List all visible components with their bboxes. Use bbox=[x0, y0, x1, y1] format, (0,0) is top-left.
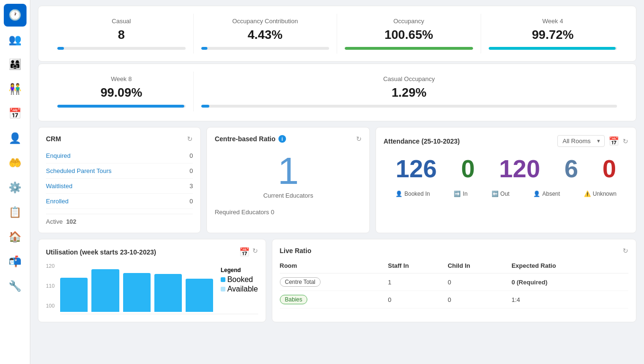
chart-legend: Legend Booked Available bbox=[221, 267, 258, 294]
dollar-hand-icon: 🤲 bbox=[9, 157, 21, 169]
settings-person-icon: 👤 bbox=[9, 132, 21, 145]
ratio-title: Centre-based Ratio i bbox=[215, 135, 286, 143]
expected-babies: 1:4 bbox=[511, 291, 628, 309]
crm-row-enquired: Enquired 0 bbox=[46, 148, 193, 164]
sidebar-item-dollar-hand[interactable]: 🤲 bbox=[4, 152, 27, 174]
sidebar-item-mailbox[interactable]: 📬 bbox=[4, 250, 27, 273]
stat-casual-occ-progress bbox=[201, 105, 617, 108]
stat-week4-bar bbox=[489, 47, 616, 50]
crm-waitlisted-label[interactable]: Waitlisted bbox=[46, 182, 72, 190]
sidebar-item-users-group[interactable]: 👥 bbox=[4, 28, 27, 51]
attendance-header: Attendance (25-10-2023) All Rooms ▼ 📅 ↻ bbox=[384, 135, 628, 147]
staff-in-centre: 1 bbox=[388, 273, 447, 291]
y-label-min: 100 bbox=[46, 303, 54, 309]
live-ratio-header: Live Ratio ↻ bbox=[280, 247, 628, 255]
dashboard-icon: 🕐 bbox=[9, 9, 21, 21]
attendance-calendar-icon[interactable]: 📅 bbox=[608, 136, 619, 146]
bar-booked-1 bbox=[91, 269, 119, 312]
bar-group-2 bbox=[123, 267, 151, 312]
stat-casual-occ-value: 1.29% bbox=[392, 85, 427, 100]
bottom-row: Utilisation (week starts 23-10-2023) 📅 ↻… bbox=[38, 239, 636, 322]
bar-group-0 bbox=[60, 267, 88, 312]
out-icon: ⬅️ bbox=[492, 191, 499, 197]
att-label-booked: 👤 Booked In bbox=[395, 191, 430, 197]
legend-available-color bbox=[221, 287, 225, 291]
ratio-required-value: 0 bbox=[271, 209, 274, 216]
sidebar-item-family[interactable]: 👨‍👩‍👧 bbox=[4, 53, 27, 76]
sidebar-item-dashboard[interactable]: 🕐 bbox=[4, 4, 27, 27]
stat-week4-progress bbox=[489, 47, 617, 50]
attendance-absent-value: 6 bbox=[564, 155, 578, 183]
live-ratio-table: Room Staff In Child In Expected Ratio Ce… bbox=[280, 260, 628, 309]
in-label: In bbox=[463, 191, 467, 197]
utilisation-refresh-icon[interactable]: ↻ bbox=[252, 247, 258, 257]
sidebar-item-house[interactable]: 🏠 bbox=[4, 226, 27, 248]
utilisation-header: Utilisation (week starts 23-10-2023) 📅 ↻ bbox=[46, 247, 258, 257]
attendance-booked-value: 126 bbox=[396, 155, 437, 183]
stat-week4: Week 4 99.72% bbox=[481, 14, 625, 54]
crm-enrolled-label[interactable]: Enrolled bbox=[46, 198, 69, 205]
utilisation-controls: 📅 ↻ bbox=[239, 247, 258, 257]
sidebar-item-document[interactable]: 📋 bbox=[4, 201, 27, 224]
attendance-in-value: 0 bbox=[461, 155, 475, 183]
ratio-info-icon[interactable]: i bbox=[278, 135, 286, 143]
live-ratio-row-babies: Babies 0 0 1:4 bbox=[280, 291, 628, 309]
bar-booked-2 bbox=[123, 273, 151, 312]
room-select[interactable]: All Rooms bbox=[557, 135, 605, 147]
sidebar-item-tools[interactable]: 🔧 bbox=[4, 275, 27, 298]
col-room: Room bbox=[280, 260, 388, 273]
crm-refresh-icon[interactable]: ↻ bbox=[187, 135, 193, 143]
unknown-label: Unknown bbox=[593, 191, 617, 197]
stats-bottom-row: Week 8 99.09% Casual Occupancy 1.29% bbox=[38, 64, 636, 121]
crm-title: CRM bbox=[46, 135, 61, 143]
stat-occ-contribution-label: Occupancy Contribution bbox=[232, 18, 298, 25]
live-ratio-header-row: Room Staff In Child In Expected Ratio bbox=[280, 260, 628, 273]
tools-icon: 🔧 bbox=[9, 280, 21, 292]
stat-occ-contribution: Occupancy Contribution 4.43% bbox=[194, 14, 338, 54]
room-babies: Babies bbox=[280, 291, 388, 309]
main-content: Casual 8 Occupancy Contribution 4.43% Oc… bbox=[30, 0, 644, 364]
y-label-max: 120 bbox=[46, 263, 54, 269]
attendance-controls: All Rooms ▼ 📅 ↻ bbox=[557, 135, 628, 147]
legend-available: Available bbox=[221, 285, 258, 293]
stat-occ-contribution-progress bbox=[201, 47, 330, 50]
attendance-numbers: 126 0 120 6 0 bbox=[384, 155, 628, 183]
sidebar-item-settings-person[interactable]: 👤 bbox=[4, 127, 27, 150]
stat-occ-contribution-value: 4.43% bbox=[248, 27, 283, 42]
room-centre-total: Centre Total bbox=[280, 273, 388, 291]
stat-week8-value: 99.09% bbox=[100, 85, 142, 100]
sidebar-item-couple[interactable]: 👫 bbox=[4, 78, 27, 100]
legend-available-label: Available bbox=[227, 285, 258, 293]
crm-tours-value: 0 bbox=[189, 167, 193, 174]
att-label-out: ⬅️ Out bbox=[492, 191, 510, 197]
family-icon: 👨‍👩‍👧 bbox=[9, 58, 21, 71]
stat-occ-contribution-bar bbox=[201, 47, 208, 50]
ratio-current-value: 1 bbox=[215, 152, 361, 190]
sidebar-item-gear[interactable]: ⚙️ bbox=[4, 176, 27, 199]
stat-occupancy-label: Occupancy bbox=[394, 18, 424, 25]
stat-week8-bar bbox=[57, 105, 184, 108]
utilisation-chart-area: 120 110 100 bbox=[46, 263, 258, 314]
cards-row: CRM ↻ Enquired 0 Scheduled Parent Tours … bbox=[38, 127, 636, 233]
stat-casual-label: Casual bbox=[112, 18, 131, 25]
legend-title: Legend bbox=[221, 267, 258, 273]
crm-row-waitlisted: Waitlisted 3 bbox=[46, 179, 193, 194]
stat-casual-occ: Casual Occupancy 1.29% bbox=[194, 72, 625, 111]
live-ratio-refresh-icon[interactable]: ↻ bbox=[623, 247, 628, 255]
crm-waitlisted-value: 3 bbox=[189, 182, 193, 190]
crm-tours-label[interactable]: Scheduled Parent Tours bbox=[46, 167, 112, 174]
staff-in-babies: 0 bbox=[388, 291, 447, 309]
legend-booked-color bbox=[221, 277, 225, 282]
stat-week8: Week 8 99.09% bbox=[50, 72, 194, 111]
stat-casual-value: 8 bbox=[118, 27, 125, 42]
room-select-wrapper: All Rooms ▼ bbox=[557, 135, 605, 147]
utilisation-calendar-icon[interactable]: 📅 bbox=[239, 247, 250, 257]
sidebar-item-calendar[interactable]: 📅 bbox=[4, 102, 27, 125]
attendance-refresh-icon[interactable]: ↻ bbox=[623, 137, 628, 145]
ratio-card: Centre-based Ratio i ↻ 1 Current Educato… bbox=[206, 127, 369, 233]
live-ratio-tbody: Centre Total 1 0 0 (Required) Babies 0 0… bbox=[280, 273, 628, 309]
crm-enquired-label[interactable]: Enquired bbox=[46, 152, 71, 159]
crm-card: CRM ↻ Enquired 0 Scheduled Parent Tours … bbox=[38, 127, 201, 233]
users-group-icon: 👥 bbox=[9, 34, 21, 46]
ratio-refresh-icon[interactable]: ↻ bbox=[356, 135, 362, 143]
